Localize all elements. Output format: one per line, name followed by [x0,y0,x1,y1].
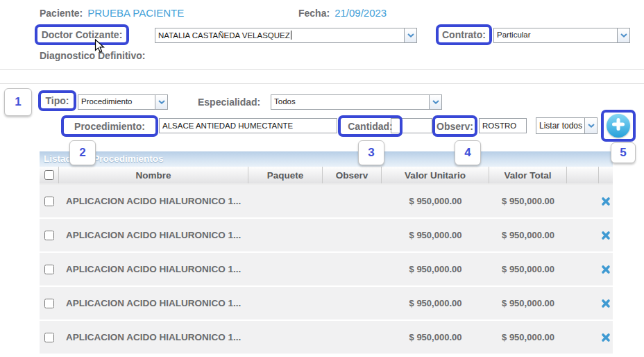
especialidad-value: Todos [271,95,429,109]
valor-unitario-cell: $ 950,000.00 [382,196,489,206]
procedimiento-annotation: Procedimiento: [61,115,158,137]
tipo-annotation: Tipo: [38,90,76,111]
table-row: APLICACION ACIDO HIALURONICO 1... $ 950,… [40,185,613,217]
procedure-name: APLICACION ACIDO HIALURONICO 1... [59,332,248,342]
delete-x-icon [601,299,611,308]
step-1-badge: 1 [4,88,32,116]
section-divider [0,83,644,84]
step-3-badge: 3 [358,140,384,165]
mouse-cursor-icon [94,39,105,57]
tipo-select[interactable]: Procedimiento [78,94,168,110]
delete-x-icon [601,333,611,342]
table-title: Listado de Procedimientos [40,151,613,167]
valor-unitario-cell: $ 950,000.00 [382,230,489,240]
chevron-down-icon[interactable] [584,118,597,133]
delete-button[interactable] [599,263,613,276]
col-observ: Observ [323,167,382,183]
procedimiento-input[interactable] [159,118,337,133]
chevron-down-icon[interactable] [429,95,441,109]
observ-label: Observ: [437,121,473,132]
step-2-badge: 2 [69,140,96,165]
valor-unitario-cell: $ 950,000.00 [382,264,489,274]
col-nombre: Nombre [59,167,248,183]
valor-unitario-cell: $ 950,000.00 [382,298,489,308]
delete-button[interactable] [599,229,613,242]
delete-x-icon [601,265,611,274]
procedure-name: APLICACION ACIDO HIALURONICO 1... [59,298,248,308]
valor-total-cell: $ 950,000.00 [489,196,567,206]
cantidad-label: Cantidad: [348,121,393,132]
col-actions [599,167,613,183]
chevron-down-icon[interactable] [155,95,167,109]
valor-total-cell: $ 950,000.00 [489,230,567,240]
chevron-down-icon[interactable] [404,28,416,42]
observ-input[interactable] [479,118,527,133]
valor-unitario-cell: $ 950,000.00 [382,332,489,342]
row-checkbox[interactable] [44,333,54,342]
valor-total-cell: $ 950,000.00 [489,298,567,308]
procedure-name: APLICACION ACIDO HIALURONICO 1... [59,196,248,206]
especialidad-select[interactable]: Todos [271,94,442,110]
contrato-value: Particular [494,28,617,42]
quotation-screen: Paciente: PRUEBA PACIENTE Fecha: 21/09/2… [0,0,644,357]
row-checkbox[interactable] [44,231,54,240]
contrato-label: Contrato: [442,29,486,40]
contrato-select[interactable]: Particular [493,28,630,43]
valor-total-cell: $ 950,000.00 [489,264,567,274]
tipo-value: Procedimiento [78,95,155,109]
add-button-annotation [601,110,636,142]
row-checkbox[interactable] [44,265,54,274]
select-all-checkbox[interactable] [44,170,54,180]
chevron-down-icon[interactable] [617,28,629,42]
valor-total-cell: $ 950,000.00 [489,332,567,342]
paciente-value: PRUEBA PACIENTE [87,7,184,19]
row-checkbox[interactable] [44,299,54,308]
delete-x-icon [601,197,611,206]
delete-button[interactable] [599,331,613,344]
step-4-badge: 4 [455,140,481,165]
table-row: APLICACION ACIDO HIALURONICO 1... $ 950,… [40,219,613,251]
doctor-cotizante-select[interactable]: NATALIA CASTAÑEDA VELASQUEZ [155,28,417,43]
table-row: APLICACION ACIDO HIALURONICO 1... $ 950,… [40,321,613,354]
procedures-table: Listado de Procedimientos Nombre Paquete… [40,151,613,355]
cantidad-annotation: Cantidad: [338,115,402,137]
listar-todos-select[interactable]: Listar todos [536,117,598,134]
tipo-label: Tipo: [46,95,69,106]
procedure-name: APLICACION ACIDO HIALURONICO 1... [59,230,248,240]
fecha-value: 21/09/2023 [334,7,387,19]
observ-annotation: Observ: [432,115,477,137]
col-spacer [567,167,599,183]
procedimiento-label: Procedimiento: [74,121,145,132]
doctor-cotizante-annotation: Doctor Cotizante: [35,24,129,45]
section-divider [0,69,644,70]
delete-x-icon [601,231,611,240]
fecha-label: Fecha: [298,8,330,19]
col-paquete: Paquete [248,167,323,183]
especialidad-label: Especialidad: [198,97,260,108]
procedure-name: APLICACION ACIDO HIALURONICO 1... [59,264,248,274]
text-caret [291,31,291,40]
step-5-badge: 5 [611,142,636,163]
paciente-label: Paciente: [40,8,83,19]
contrato-annotation: Contrato: [436,24,492,45]
diagnostico-label: Diagnostico Definitivo: [40,50,145,61]
doctor-cotizante-label: Doctor Cotizante: [42,29,123,40]
table-header-row: Nombre Paquete Observ Valor Unitario Val… [40,167,613,185]
row-checkbox[interactable] [44,197,54,206]
col-valor-unitario: Valor Unitario [382,167,489,183]
delete-button[interactable] [599,297,613,310]
listar-todos-value: Listar todos [536,118,584,133]
table-row: APLICACION ACIDO HIALURONICO 1... $ 950,… [40,253,613,285]
delete-button[interactable] [599,194,613,208]
col-valor-total: Valor Total [489,167,567,183]
table-row: APLICACION ACIDO HIALURONICO 1... $ 950,… [40,287,613,319]
doctor-cotizante-value: NATALIA CASTAÑEDA VELASQUEZ [158,31,290,40]
